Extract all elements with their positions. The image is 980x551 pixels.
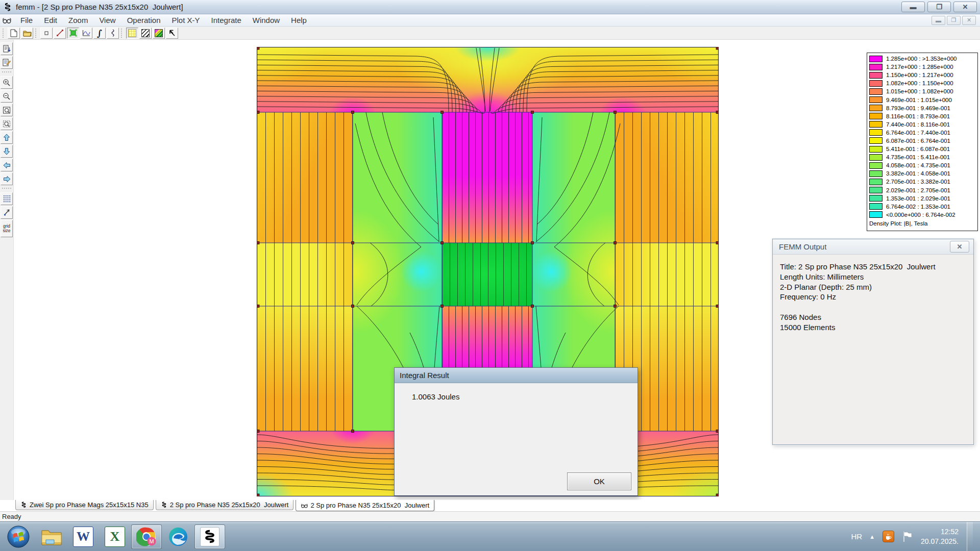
clock-date: 20.07.2025. — [921, 537, 959, 546]
femm-output-title: FEMM Output — [779, 242, 826, 251]
zoom-out-icon[interactable] — [1, 90, 13, 103]
language-indicator[interactable]: HR — [851, 532, 862, 541]
tab-document-3-active[interactable]: 2 Sp pro Phase N35 25x15x20 Joulwert — [296, 500, 434, 511]
femm-output-line: Frequency: 0 Hz — [780, 292, 966, 302]
menu-plot-xy[interactable]: Plot X-Y — [166, 15, 206, 26]
postprocessor-icon — [2, 16, 11, 25]
dialog-titlebar[interactable]: Integral Result — [395, 368, 638, 383]
femm-output-line — [780, 302, 966, 312]
ok-button[interactable]: OK — [567, 472, 631, 490]
legend-row: 1.353e-001 : 2.029e-001 — [869, 194, 977, 203]
clock-time: 12:52 — [921, 527, 959, 537]
femm-output-titlebar[interactable]: FEMM Output ✕ — [773, 239, 973, 255]
legend-swatch — [869, 203, 883, 210]
legend-swatch — [869, 113, 883, 119]
menu-help[interactable]: Help — [285, 15, 312, 26]
point-tool-icon[interactable] — [40, 28, 53, 39]
taskbar-excel-icon[interactable]: X — [100, 524, 130, 549]
taskbar-word-icon[interactable]: W — [68, 524, 99, 549]
edit-doc-icon[interactable] — [1, 56, 13, 69]
legend-row: <0.000e+000 : 6.764e-002 — [869, 211, 977, 219]
legend-row: 7.440e-001 : 8.116e-001 — [869, 120, 977, 129]
menu-operation[interactable]: Operation — [121, 15, 166, 26]
legend-swatch — [869, 170, 883, 177]
pointer-tool-icon[interactable] — [166, 28, 178, 39]
menu-view[interactable]: View — [93, 15, 121, 26]
tray-expand-icon[interactable]: ▲ — [869, 534, 875, 540]
action-center-flag-icon[interactable] — [901, 531, 914, 543]
document-tab-bar: Zwei Sp pro Phase Mags 25x15x15 N35 2 Sp… — [0, 500, 980, 511]
snap-grid-icon[interactable] — [1, 206, 13, 219]
zoom-window-icon[interactable] — [1, 117, 13, 130]
line-tool-icon[interactable] — [54, 28, 66, 39]
legend-row: 2.029e-001 : 2.705e-001 — [869, 186, 977, 194]
legend-row: 1.285e+000 : >1.353e+000 — [869, 55, 977, 63]
open-file-icon[interactable] — [21, 28, 33, 39]
legend-row: 3.382e-001 : 4.058e-001 — [869, 169, 977, 178]
line-integral-icon[interactable]: ∫ — [93, 28, 106, 39]
femm-output-close-icon[interactable]: ✕ — [950, 241, 969, 253]
block-tool-icon[interactable] — [67, 28, 79, 39]
taskbar-clock[interactable]: 12:52 20.07.2025. — [921, 527, 959, 546]
mdi-minimize-button[interactable]: ▬ — [932, 16, 945, 25]
femm-output-line: 7696 Nodes — [780, 312, 966, 322]
zoom-in-icon[interactable] — [1, 76, 13, 89]
grid-size-button[interactable]: gridsize — [1, 220, 13, 237]
hatch-color-toggle-icon[interactable] — [153, 28, 165, 39]
mdi-close-button[interactable]: ✕ — [962, 16, 976, 25]
restore-button[interactable]: ❐ — [927, 2, 951, 12]
java-tray-icon[interactable] — [882, 531, 894, 543]
integral-result-dialog: Integral Result 1.0063 Joules OK — [394, 367, 638, 496]
legend-row: 5.411e-001 : 6.087e-001 — [869, 145, 977, 153]
legend-row: 1.150e+000 : 1.217e+000 — [869, 71, 977, 79]
density-legend: 1.285e+000 : >1.353e+0001.217e+000 : 1.2… — [867, 53, 978, 231]
status-text: Ready — [0, 513, 21, 520]
legend-row: 9.469e-001 : 1.015e+000 — [869, 95, 977, 104]
legend-caption: Density Plot: |B|, Tesla — [869, 220, 977, 227]
legend-row: 6.087e-001 : 6.764e-001 — [869, 137, 977, 145]
new-file-icon[interactable] — [8, 28, 20, 39]
pan-up-icon[interactable] — [1, 131, 13, 144]
femm-coil-icon — [203, 529, 217, 544]
femm-output-line: Title: 2 Sp pro Phase N35 25x15x20 Joulw… — [780, 262, 966, 272]
contour-tool-icon[interactable] — [107, 28, 119, 39]
taskbar-explorer-icon[interactable] — [36, 524, 67, 549]
legend-swatch — [869, 154, 883, 161]
menu-file[interactable]: File — [15, 15, 38, 26]
legend-row: 6.764e-002 : 1.353e-001 — [869, 203, 977, 211]
femm-application-window: femm - [2 Sp pro Phase N35 25x15x20 Joul… — [0, 0, 980, 551]
tab-document-1[interactable]: Zwei Sp pro Phase Mags 25x15x15 N35 — [15, 500, 154, 510]
legend-range-label: 8.116e-001 : 8.793e-001 — [886, 113, 950, 119]
tab-document-2[interactable]: 2 Sp pro Phase N35 25x15x20 Joulwert — [156, 500, 294, 510]
grid-toggle-icon[interactable] — [1, 192, 13, 205]
legend-row: 1.015e+000 : 1.082e+000 — [869, 87, 977, 95]
close-button[interactable]: ✕ — [953, 2, 977, 12]
results-doc-icon[interactable] — [1, 42, 13, 55]
xy-plot-icon[interactable] — [80, 28, 92, 39]
hatch-bw-toggle-icon[interactable] — [139, 28, 152, 39]
legend-swatch — [869, 96, 883, 103]
show-desktop-button[interactable] — [967, 522, 973, 551]
legend-swatch — [869, 105, 883, 111]
taskbar-femm-icon[interactable] — [194, 524, 225, 549]
taskbar: W X M — [0, 521, 980, 551]
menu-zoom[interactable]: Zoom — [63, 15, 93, 26]
pan-right-icon[interactable] — [1, 172, 13, 185]
menu-integrate[interactable]: Integrate — [206, 15, 247, 26]
legend-swatch — [869, 179, 883, 185]
magnetics-doc-icon — [20, 502, 27, 508]
legend-swatch — [869, 121, 883, 128]
mdi-restore-button[interactable]: ❐ — [947, 16, 961, 25]
menu-window[interactable]: Window — [247, 15, 285, 26]
pan-down-icon[interactable] — [1, 145, 13, 158]
menu-edit[interactable]: Edit — [38, 15, 63, 26]
legend-swatch — [869, 146, 883, 153]
density-plot-toggle-icon[interactable] — [126, 28, 138, 39]
start-button[interactable] — [5, 523, 32, 550]
zoom-page-icon[interactable] — [1, 104, 13, 116]
taskbar-chrome-icon[interactable]: M — [131, 524, 162, 549]
minimize-button[interactable]: ▬ — [901, 2, 925, 12]
taskbar-edge-icon[interactable] — [163, 524, 193, 549]
femm-output-line: 15000 Elements — [780, 322, 966, 333]
pan-left-icon[interactable] — [1, 159, 13, 171]
